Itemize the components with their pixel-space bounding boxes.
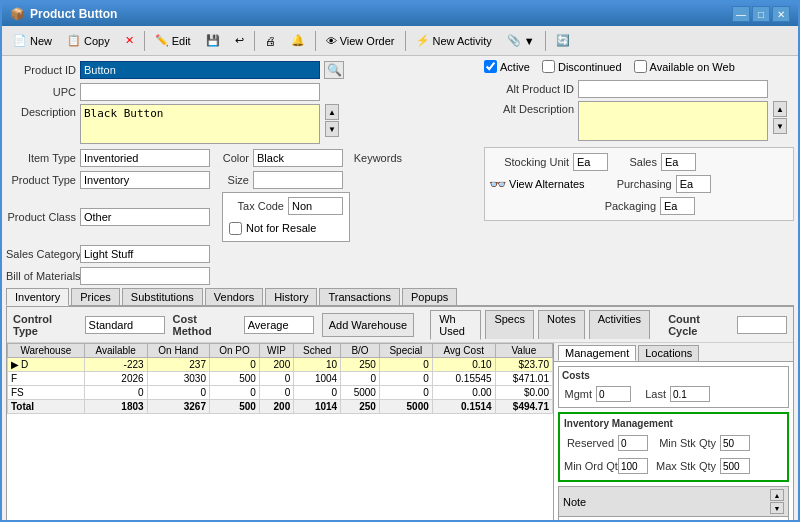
min-stk-qty-input[interactable] [720,435,750,451]
tab-activities[interactable]: Activities [589,310,650,339]
desc-scroll-down[interactable]: ▼ [325,121,339,137]
product-class-row: Product Class Tax Code Not for Resale [6,192,476,242]
product-id-row: Product ID 🔍 [6,60,476,80]
print-button[interactable]: 🖨 [258,29,283,53]
refresh-button[interactable]: 🔄 [549,29,577,53]
size-input[interactable] [253,171,343,189]
add-warehouse-button[interactable]: Add Warehouse [322,313,414,337]
last-cost-input[interactable] [670,386,710,402]
save-button[interactable]: 💾 [199,29,227,53]
bom-row: Bill of Materials [6,266,476,286]
undo-button[interactable]: ↩ [228,29,251,53]
main-content: Product ID 🔍 UPC Description Black Butto… [2,56,798,520]
control-type-input[interactable] [85,316,165,334]
product-type-input[interactable] [80,171,210,189]
active-checkbox-item: Active [484,60,530,73]
paint-icon: 🔔 [291,34,305,47]
discontinued-checkbox-item: Discontinued [542,60,622,73]
count-cycle-label: Count Cycle [668,313,729,337]
sales-category-input[interactable] [80,245,210,263]
description-input[interactable]: Black Button [80,104,320,144]
alt-desc-scroll-up[interactable]: ▲ [773,101,787,117]
copy-button[interactable]: 📋 Copy [60,29,117,53]
product-id-input[interactable] [80,61,320,79]
tab-substitutions[interactable]: Substitutions [122,288,203,305]
search-button[interactable]: 🔍 [324,61,344,79]
tax-code-label: Tax Code [229,200,284,212]
active-checkbox[interactable] [484,60,497,73]
new-icon: 📄 [13,34,27,47]
not-for-resale-checkbox[interactable] [229,222,242,235]
bom-input[interactable] [80,267,210,285]
edit-icon: ✏️ [155,34,169,47]
paint-button[interactable]: 🔔 [284,29,312,53]
new-activity-button[interactable]: ⚡ New Activity [409,29,499,53]
upc-input[interactable] [80,83,320,101]
title-bar: 📦 Product Button — □ ✕ [2,2,798,26]
min-ord-qty-input[interactable] [618,458,648,474]
bottom-section: Inventory Prices Substitutions Vendors H… [6,288,794,516]
tab-popups[interactable]: Popups [402,288,457,305]
packaging-unit-input[interactable] [660,197,695,215]
product-class-input[interactable] [80,208,210,226]
max-stk-qty-input[interactable] [720,458,750,474]
item-type-input[interactable] [80,149,210,167]
description-label: Description [6,106,76,118]
minimize-button[interactable]: — [732,6,750,22]
tab-management[interactable]: Management [558,345,636,361]
table-row[interactable]: FS00000500000.00$0.00 [8,386,553,400]
sales-label: Sales [622,156,657,168]
new-button[interactable]: 📄 New [6,29,59,53]
stocking-unit-input[interactable] [573,153,608,171]
costs-section: Costs Mgmt Last [558,366,789,408]
cost-method-input[interactable] [244,316,314,334]
note-scroll-up[interactable]: ▲ [770,489,784,501]
tab-prices[interactable]: Prices [71,288,120,305]
product-type-label: Product Type [6,174,76,186]
alt-desc-scroll-down[interactable]: ▼ [773,118,787,134]
tab-inventory[interactable]: Inventory [6,288,69,306]
tab-history[interactable]: History [265,288,317,305]
close-button[interactable]: ✕ [772,6,790,22]
not-for-resale-row: Not for Resale [229,218,343,238]
desc-scroll-up[interactable]: ▲ [325,104,339,120]
maximize-button[interactable]: □ [752,6,770,22]
available-web-checkbox[interactable] [634,60,647,73]
color-input[interactable] [253,149,343,167]
clip-button[interactable]: 📎 ▼ [500,29,542,53]
mgmt-cost-input[interactable] [596,386,631,402]
note-section: Note ▲ ▼ [558,486,789,520]
alt-description-input[interactable] [578,101,768,141]
item-type-row: Item Type Color Keywords [6,148,476,168]
purchasing-unit-input[interactable] [676,175,711,193]
col-bo: B/O [341,344,380,358]
tab-specs[interactable]: Specs [485,310,534,339]
tax-code-input[interactable] [288,197,343,215]
reserved-input[interactable] [618,435,648,451]
tab-transactions[interactable]: Transactions [319,288,400,305]
packaging-row: Packaging [489,196,789,216]
note-body[interactable] [559,517,788,520]
table-row[interactable]: F2026303050001004000.15545$471.01 [8,372,553,386]
main-window: 📦 Product Button — □ ✕ 📄 New 📋 Copy ✕ ✏️… [0,0,800,522]
tab-notes[interactable]: Notes [538,310,585,339]
tab-wh-used[interactable]: Wh Used [430,310,481,340]
wh-tabs-container: Wh Used Specs Notes Activities [430,310,652,339]
sales-unit-input[interactable] [661,153,696,171]
view-alternates-button[interactable]: 👓 View Alternates [489,176,585,192]
active-label: Active [500,61,530,73]
inv-right-panel: Management Locations Costs Mgmt [553,343,793,520]
glasses-icon: 👓 [489,176,506,192]
note-scroll-down[interactable]: ▼ [770,502,784,514]
view-order-button[interactable]: 👁 View Order [319,29,402,53]
tab-vendors[interactable]: Vendors [205,288,263,305]
inv-body: Warehouse Available On Hand On PO WIP Sc… [7,343,793,520]
table-row[interactable]: ▶D -22323702001025000.10$23.70 [8,358,553,372]
alt-product-id-input[interactable] [578,80,768,98]
note-label: Note [563,496,586,508]
tab-locations[interactable]: Locations [638,345,699,361]
count-cycle-input[interactable] [737,316,787,334]
discontinued-checkbox[interactable] [542,60,555,73]
delete-button[interactable]: ✕ [118,29,141,53]
edit-button[interactable]: ✏️ Edit [148,29,198,53]
